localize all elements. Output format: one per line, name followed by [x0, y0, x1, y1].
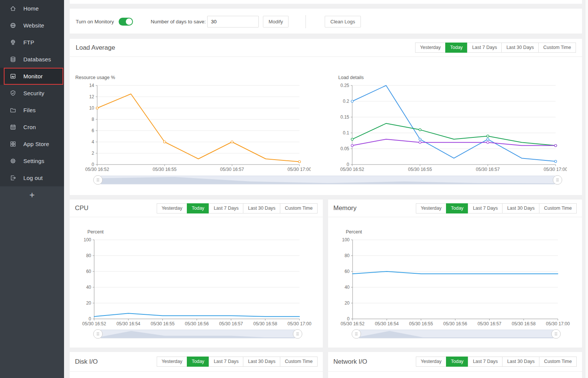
- svg-text:14: 14: [89, 83, 95, 88]
- app-root: Home Website FTP Databases: [0, 0, 588, 378]
- time-filter-today[interactable]: Today: [445, 43, 467, 53]
- svg-text:100: 100: [84, 237, 91, 242]
- time-filter-last-7-days[interactable]: Last 7 Days: [468, 357, 502, 367]
- sidebar-item-logout[interactable]: Log out: [0, 169, 64, 186]
- memory-zoom-slider[interactable]: [353, 329, 560, 339]
- panel-title: CPU: [75, 204, 89, 212]
- time-range-group: YesterdayTodayLast 7 DaysLast 30 DaysCus…: [157, 203, 318, 213]
- svg-text:05/30 16:56: 05/30 16:56: [443, 321, 467, 326]
- svg-text:6: 6: [92, 128, 94, 133]
- time-filter-last-7-days[interactable]: Last 7 Days: [209, 203, 243, 213]
- calendar-icon: [9, 124, 16, 131]
- sidebar-nav-list: Home Website FTP Databases: [0, 0, 64, 186]
- panel-title: Memory: [333, 204, 356, 212]
- time-filter-custom-time[interactable]: Custom Time: [280, 203, 318, 213]
- time-range-group: YesterdayTodayLast 7 DaysLast 30 DaysCus…: [416, 203, 577, 213]
- days-to-save-input[interactable]: [207, 16, 259, 27]
- cpu-yaxis-name: Percent: [87, 229, 104, 235]
- load-average-zoom-slider[interactable]: [94, 175, 561, 185]
- sidebar-item-label: Cron: [23, 124, 36, 130]
- time-filter-last-7-days[interactable]: Last 7 Days: [467, 43, 502, 53]
- svg-text:12: 12: [89, 94, 95, 99]
- svg-text:05/30 16:57: 05/30 16:57: [219, 321, 243, 326]
- time-filter-last-30-days[interactable]: Last 30 Days: [243, 357, 280, 367]
- sidebar-item-security[interactable]: Security: [0, 85, 64, 102]
- time-filter-custom-time[interactable]: Custom Time: [539, 357, 577, 367]
- sidebar-item-label: App Store: [23, 141, 49, 147]
- sidebar-item-app-store[interactable]: App Store: [0, 136, 64, 152]
- add-button-label: +: [29, 190, 35, 200]
- network-io-header: Network I/O YesterdayTodayLast 7 DaysLas…: [328, 352, 582, 372]
- sidebar-item-label: Databases: [23, 56, 51, 62]
- cpu-chart: 02040608010005/30 16:5205/30 16:5405/30 …: [75, 235, 316, 335]
- svg-text:4: 4: [92, 139, 94, 145]
- add-button[interactable]: +: [0, 187, 64, 203]
- svg-text:80: 80: [345, 253, 350, 258]
- sidebar-item-website[interactable]: Website: [0, 17, 64, 34]
- sidebar-item-label: Settings: [23, 158, 44, 164]
- svg-text:8: 8: [92, 117, 94, 122]
- svg-text:0: 0: [347, 162, 349, 167]
- svg-text:100: 100: [342, 237, 350, 242]
- toggle-label: Turn on Monitory: [76, 19, 114, 24]
- sidebar-item-home[interactable]: Home: [0, 0, 64, 17]
- sidebar-item-monitor[interactable]: Monitor: [0, 68, 64, 85]
- time-filter-custom-time[interactable]: Custom Time: [280, 357, 318, 367]
- panel-title: Disk I/O: [75, 358, 98, 366]
- cpu-zoom-slider[interactable]: [94, 329, 301, 339]
- sidebar-item-ftp[interactable]: FTP: [0, 34, 64, 51]
- resource-usage-chart: 0246810121405/30 16:5205/30 16:5505/30 1…: [75, 79, 311, 176]
- sidebar-item-settings[interactable]: Settings: [0, 152, 64, 169]
- sidebar-item-files[interactable]: Files: [0, 102, 64, 119]
- time-filter-yesterday[interactable]: Yesterday: [157, 203, 187, 213]
- time-filter-last-7-days[interactable]: Last 7 Days: [209, 357, 243, 367]
- svg-text:05/30 16:55: 05/30 16:55: [409, 321, 433, 326]
- clean-logs-button[interactable]: Clean Logs: [325, 16, 361, 27]
- time-filter-custom-time[interactable]: Custom Time: [538, 43, 576, 53]
- home-icon: [9, 5, 16, 12]
- time-filter-yesterday[interactable]: Yesterday: [415, 43, 446, 53]
- disk-io-panel: Disk I/O YesterdayTodayLast 7 DaysLast 3…: [70, 352, 323, 378]
- time-filter-today[interactable]: Today: [446, 203, 468, 213]
- svg-text:05/30 16:52: 05/30 16:52: [340, 167, 364, 172]
- monitor-toggle[interactable]: [119, 18, 133, 26]
- network-io-panel: Network I/O YesterdayTodayLast 7 DaysLas…: [328, 352, 582, 378]
- svg-text:0.2: 0.2: [343, 99, 349, 104]
- time-filter-last-30-days[interactable]: Last 30 Days: [243, 203, 280, 213]
- sidebar-item-cron[interactable]: Cron: [0, 119, 64, 136]
- main-content: Turn on Monitory Number of days to save:…: [64, 0, 588, 378]
- svg-text:0: 0: [347, 316, 350, 322]
- time-filter-yesterday[interactable]: Yesterday: [157, 357, 187, 367]
- time-filter-yesterday[interactable]: Yesterday: [416, 203, 446, 213]
- memory-header: Memory YesterdayTodayLast 7 DaysLast 30 …: [328, 200, 582, 217]
- time-filter-yesterday[interactable]: Yesterday: [416, 357, 446, 367]
- svg-text:05/30 16:57: 05/30 16:57: [476, 167, 500, 172]
- days-label: Number of days to save:: [151, 19, 206, 24]
- svg-text:20: 20: [345, 300, 350, 306]
- logout-icon: [9, 175, 16, 181]
- svg-text:05/30 16:56: 05/30 16:56: [185, 321, 209, 326]
- svg-text:05/30 16:57: 05/30 16:57: [478, 321, 502, 326]
- sidebar-item-databases[interactable]: Databases: [0, 51, 64, 68]
- svg-text:05/30 17:00: 05/30 17:00: [546, 321, 570, 326]
- svg-text:0.1: 0.1: [343, 130, 349, 136]
- panel-title: Load Average: [76, 44, 115, 52]
- load-average-panel: Load Average YesterdayTodayLast 7 DaysLa…: [70, 39, 582, 195]
- page-scrollbar[interactable]: [585, 0, 588, 378]
- load-average-header: Load Average YesterdayTodayLast 7 DaysLa…: [70, 39, 582, 57]
- time-filter-today[interactable]: Today: [187, 203, 209, 213]
- time-filter-last-7-days[interactable]: Last 7 Days: [468, 203, 502, 213]
- gear-icon: [9, 158, 16, 165]
- folder-icon: [9, 107, 16, 114]
- svg-text:0.15: 0.15: [341, 114, 350, 120]
- time-filter-last-30-days[interactable]: Last 30 Days: [502, 203, 539, 213]
- time-filter-last-30-days[interactable]: Last 30 Days: [501, 43, 539, 53]
- time-filter-custom-time[interactable]: Custom Time: [539, 203, 577, 213]
- time-filter-today[interactable]: Today: [446, 357, 468, 367]
- time-filter-today[interactable]: Today: [187, 357, 209, 367]
- svg-text:40: 40: [345, 285, 350, 290]
- svg-text:05/30 17:00: 05/30 17:00: [287, 167, 311, 172]
- svg-text:20: 20: [86, 300, 92, 306]
- modify-button[interactable]: Modify: [263, 16, 289, 27]
- time-filter-last-30-days[interactable]: Last 30 Days: [502, 357, 539, 367]
